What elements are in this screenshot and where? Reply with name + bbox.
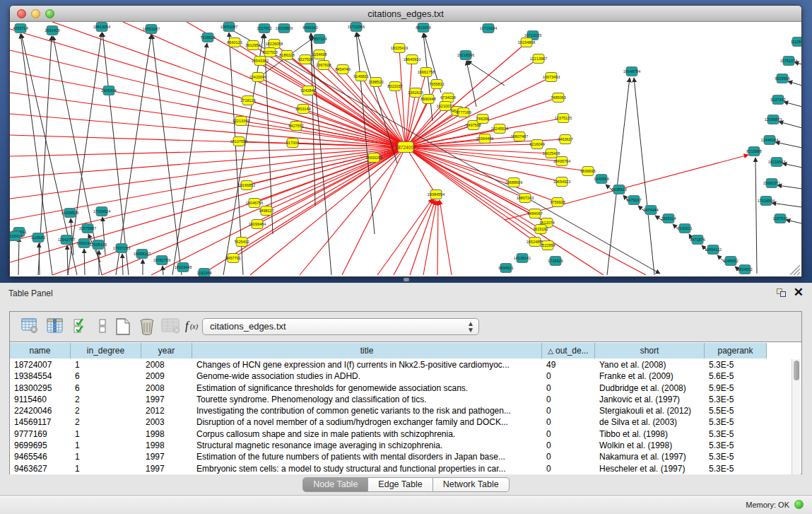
graph-node[interactable]: 17957253 [113,244,130,253]
graph-node[interactable]: 17359924 [93,207,110,216]
graph-node[interactable]: 9245652 [723,257,738,266]
cell-title[interactable]: Estimation of significance thresholds fo… [192,382,542,394]
graph-node[interactable]: 9756928 [550,198,565,207]
column-header-pagerank[interactable]: pagerank [705,343,767,358]
cell-short[interactable]: de Silva et al. (2003) [595,416,705,428]
graph-node[interactable]: 18325419 [391,44,408,53]
cell-pagerank[interactable]: 5.3E-5 [705,394,767,405]
graph-node[interactable]: 4055714 [13,24,28,33]
graph-node[interactable]: 1112843 [791,37,801,47]
table-settings-icon[interactable] [20,317,40,336]
graph-node[interactable]: 2522954 [540,241,555,250]
graph-node[interactable]: 9146821 [353,72,368,81]
cell-out_de[interactable]: 0 [542,428,595,440]
cell-pagerank[interactable]: 5.5E-5 [705,405,767,416]
cell-title[interactable]: Corpus callosum shape and size in male p… [192,428,542,440]
cell-name[interactable]: 19384554 [10,370,71,382]
graph-node[interactable]: 10653287 [220,23,237,32]
graph-node[interactable]: 10719184 [480,24,497,33]
graph-node[interactable]: 1167533 [772,214,787,223]
graph-node[interactable]: 8186328 [279,51,294,60]
cell-in_degree[interactable]: 2 [71,405,141,416]
cell-year[interactable]: 2008 [141,359,192,370]
graph-node[interactable]: 1733426 [548,257,563,266]
graph-node[interactable]: 7857224 [312,35,326,44]
graph-node[interactable]: 3498227 [259,206,273,216]
graph-node[interactable]: 18807243 [517,194,534,203]
cell-pagerank[interactable]: 5.3E-5 [705,451,767,462]
cell-out_de[interactable]: 0 [542,451,595,462]
table-row[interactable]: 1872400712008Changes of HCN gene express… [10,359,792,370]
graph-node[interactable]: 1362615 [408,88,423,98]
cell-year[interactable]: 1998 [141,440,192,451]
graph-node[interactable]: 8322037 [387,82,402,91]
table-row[interactable]: 946554611997Estimation of the future num… [10,451,792,462]
graph-node[interactable]: 7485063 [551,93,565,103]
close-panel-icon[interactable]: ✕ [794,286,804,300]
graph-node[interactable]: 10688609 [505,178,522,187]
new-table-icon[interactable] [113,317,133,336]
cell-year[interactable]: 1997 [141,451,192,462]
cell-in_degree[interactable]: 6 [71,382,141,394]
graph-node[interactable]: 6734028 [440,93,455,103]
cell-title[interactable]: Changes of HCN gene expression and I(f) … [192,359,542,370]
cell-short[interactable]: Dudbridge et al. (2008) [595,382,705,394]
table-row[interactable]: 2242004622012Investigating the contribut… [10,405,792,416]
select-rows-icon[interactable] [71,317,90,336]
cell-in_degree[interactable]: 1 [71,440,141,451]
table-vertical-scrollbar[interactable] [792,359,801,474]
graph-node[interactable]: 8215988 [746,147,761,156]
graph-node[interactable]: 9777169 [456,108,471,117]
graph-node[interactable]: 6479197 [626,196,641,205]
cell-short[interactable]: Stergiakouli et al. (2012) [595,405,705,416]
graph-node[interactable]: 10553287 [143,25,160,34]
table-row[interactable]: 977716911998Corpus callosum shape and si… [10,428,792,440]
cell-out_de[interactable]: 0 [542,382,595,394]
network-window-titlebar[interactable]: citations_edges.txt [10,6,801,22]
cell-year[interactable]: 2009 [141,370,192,382]
cell-pagerank[interactable]: 5.3E-5 [705,440,767,451]
function-builder-icon[interactable]: f(x) [184,317,204,336]
cell-name[interactable]: 9777169 [10,428,71,440]
graph-node[interactable]: 7632621 [677,224,692,233]
row-height-icon[interactable] [93,317,113,336]
graph-node[interactable]: 8813054 [416,23,430,33]
graph-node[interactable]: 2718126 [240,96,255,105]
graph-node[interactable]: 8990448 [420,95,435,104]
table-row[interactable]: 911546021997Tourette syndrome. Phenomeno… [10,394,792,405]
graph-node[interactable]: 9242848 [300,86,315,95]
graph-node[interactable]: 2803144 [295,105,310,114]
graph-node[interactable]: 15692371 [763,179,780,188]
graph-node[interactable]: 18323448 [175,263,192,272]
column-header-in_degree[interactable]: in_degree [71,343,141,358]
graph-node[interactable]: 746266 [476,115,489,124]
graph-node[interactable]: 16782759 [153,256,170,265]
scrollbar-thumb[interactable] [794,361,799,380]
graph-node[interactable]: 9523966 [775,74,789,83]
cell-title[interactable]: Estimation of the future numbers of pati… [192,451,542,462]
graph-node[interactable]: 12444184 [761,136,778,145]
tab-node-table[interactable]: Node Table [302,477,368,492]
cell-short[interactable]: Yano et al. (2008) [595,359,705,370]
cell-title[interactable]: Structural magnetic resonance image aver… [192,440,542,451]
graph-node[interactable]: 17016504 [758,197,775,206]
graph-node[interactable]: 1154698 [312,50,326,59]
table-row[interactable]: 969969511998Structural magnetic resonanc… [10,440,792,451]
cell-title[interactable]: Embryonic stem cells: a model to study s… [192,463,542,474]
cell-name[interactable]: 18724007 [10,359,71,370]
cell-pagerank[interactable]: 5.3E-5 [705,416,767,428]
graph-node[interactable]: 1527602 [257,24,271,33]
graph-node[interactable]: 20364486 [476,134,493,144]
cell-in_degree[interactable]: 2 [71,394,141,405]
table-row[interactable]: 1938455462009Genome-wide association stu… [10,370,792,382]
cell-pagerank[interactable]: 5.3E-5 [705,428,767,440]
graph-node[interactable]: 1640954 [594,175,608,184]
graph-node[interactable]: 16648784 [623,67,640,76]
graph-node[interactable]: 8471876 [690,235,705,245]
graph-node[interactable]: 9834521 [498,264,513,273]
column-header-short[interactable]: short [595,343,705,358]
graph-node[interactable]: 16958167 [134,250,151,259]
graph-node[interactable]: 16245516 [491,124,508,134]
cell-out_de[interactable]: 0 [542,394,595,405]
column-header-name[interactable]: name [10,343,71,358]
